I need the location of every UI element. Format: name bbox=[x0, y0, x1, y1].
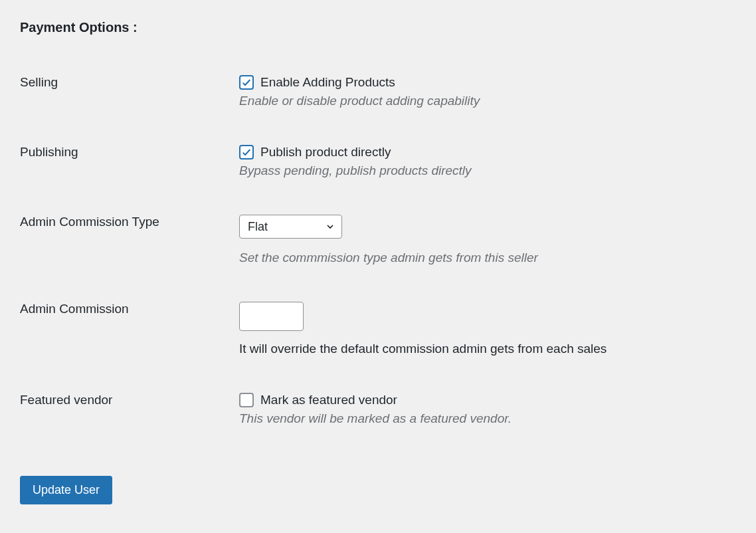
commission-type-label: Admin Commission Type bbox=[20, 215, 239, 229]
featured-help: This vendor will be marked as a featured… bbox=[239, 411, 736, 426]
selling-help: Enable or disable product adding capabil… bbox=[239, 94, 736, 108]
commission-label: Admin Commission bbox=[20, 302, 239, 316]
selling-checkbox-label: Enable Adding Products bbox=[260, 75, 395, 90]
featured-label: Featured vendor bbox=[20, 393, 239, 407]
commission-type-select-wrapper: Flat bbox=[239, 215, 342, 239]
commission-input[interactable] bbox=[239, 302, 304, 331]
commission-help: It will override the default commission … bbox=[239, 342, 736, 356]
update-user-button[interactable]: Update User bbox=[20, 476, 112, 504]
commission-type-help: Set the commmission type admin gets from… bbox=[239, 251, 736, 265]
check-icon bbox=[241, 147, 252, 158]
publishing-checkbox-label: Publish product directly bbox=[260, 145, 391, 160]
form-row-commission-type: Admin Commission Type Flat Set the commm… bbox=[20, 215, 736, 265]
form-row-selling: Selling Enable Adding Products Enable or… bbox=[20, 75, 736, 108]
publishing-help: Bypass pending, publish products directl… bbox=[239, 163, 736, 178]
commission-type-select[interactable]: Flat bbox=[239, 215, 342, 239]
form-row-commission: Admin Commission It will override the de… bbox=[20, 302, 736, 356]
publishing-checkbox[interactable] bbox=[239, 145, 254, 160]
form-row-featured: Featured vendor Mark as featured vendor … bbox=[20, 393, 736, 426]
selling-label: Selling bbox=[20, 75, 239, 90]
selling-checkbox[interactable] bbox=[239, 75, 254, 90]
form-row-publishing: Publishing Publish product directly Bypa… bbox=[20, 145, 736, 178]
publishing-label: Publishing bbox=[20, 145, 239, 160]
section-title: Payment Options : bbox=[20, 20, 736, 35]
featured-checkbox[interactable] bbox=[239, 393, 254, 407]
featured-checkbox-label: Mark as featured vendor bbox=[260, 393, 397, 407]
check-icon bbox=[241, 77, 252, 88]
